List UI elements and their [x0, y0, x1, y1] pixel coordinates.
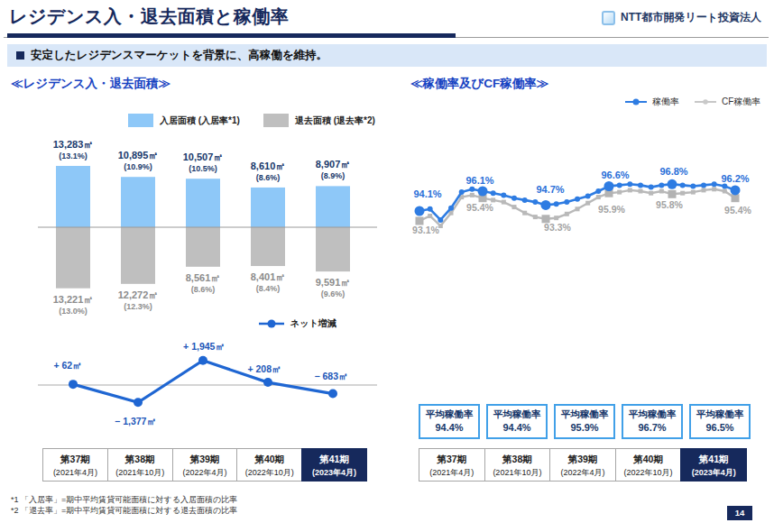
net-change-legend: ネット増減: [258, 317, 336, 330]
svg-text:93.1%: 93.1%: [412, 225, 439, 235]
svg-text:(13.1%): (13.1%): [59, 151, 88, 161]
occupancy-line-icon: [624, 97, 648, 106]
occupancy-legend-label: 稼働率: [652, 96, 679, 108]
svg-text:96.6%: 96.6%: [601, 170, 629, 180]
svg-text:8,561㎡: 8,561㎡: [186, 272, 221, 283]
cf-occupancy-legend-item: CF稼働率: [694, 96, 760, 108]
svg-text:96.2%: 96.2%: [721, 173, 749, 184]
avg-occupancy-box-37: 平均稼働率 94.4%: [419, 404, 480, 439]
average-occupancy-row: 平均稼働率 94.4% 平均稼働率 94.4% 平均稼働率 95.9% 平均稼働…: [419, 404, 751, 439]
svg-text:(8.4%): (8.4%): [256, 284, 281, 293]
svg-text:94.7%: 94.7%: [536, 184, 564, 195]
occupancy-legend-item: 稼働率: [624, 96, 679, 108]
svg-text:13,283㎡: 13,283㎡: [53, 139, 94, 150]
svg-text:+ 208㎡: + 208㎡: [247, 363, 281, 374]
avg-occupancy-box-38: 平均稼働率 94.4%: [486, 404, 548, 439]
svg-text:95.9%: 95.9%: [598, 204, 625, 215]
move-out-legend-label: 退去面積 (退去率*2): [295, 115, 375, 127]
svg-text:(10.5%): (10.5%): [189, 164, 217, 173]
svg-text:− 683㎡: − 683㎡: [314, 371, 347, 381]
company-cube-icon: [602, 11, 615, 25]
net-change-line-chart: + 62㎡− 1,377㎡+ 1,945㎡+ 208㎡− 683㎡: [36, 335, 379, 427]
page-title: レジデンス入・退去面積と稼働率: [9, 5, 289, 29]
avg-occupancy-box-41: 平均稼働率 96.5%: [689, 404, 751, 439]
svg-text:95.4%: 95.4%: [466, 202, 493, 213]
svg-text:95.8%: 95.8%: [656, 199, 683, 210]
footnotes: *1 「入居率」=期中平均賃貸可能面積に対する入居面積の比率 *2 「退去率」=…: [11, 494, 237, 516]
period-cell-41-current: 第41期 (2023年4月): [301, 448, 367, 482]
svg-text:− 1,377㎡: − 1,377㎡: [115, 416, 156, 427]
svg-text:96.8%: 96.8%: [659, 166, 687, 177]
net-line-icon: [258, 318, 285, 329]
left-period-table: 第37期 (2021年4月) 第38期 (2021年10月) 第39期 (202…: [42, 448, 367, 482]
svg-text:(9.6%): (9.6%): [321, 289, 346, 298]
footnote-move-in-rate: *1 「入居率」=期中平均賃貸可能面積に対する入居面積の比率: [11, 494, 237, 505]
left-section-title: ≪レジデンス入・退去面積≫: [11, 76, 170, 92]
company-logo: NTT都市開発リート投資法人: [602, 10, 761, 25]
right-period-table: 第37期 (2021年4月) 第38期 (2021年10月) 第39期 (202…: [419, 448, 747, 482]
svg-text:8,401㎡: 8,401㎡: [251, 271, 286, 282]
svg-text:8,907㎡: 8,907㎡: [316, 159, 351, 170]
slide-residence-occupancy: レジデンス入・退去面積と稼働率 NTT都市開発リート投資法人 安定したレジデンス…: [0, 0, 774, 532]
move-in-swatch-icon: [128, 114, 153, 127]
move-out-swatch-icon: [263, 114, 289, 127]
header-rule-thick: [7, 33, 456, 38]
svg-text:+ 62㎡: + 62㎡: [53, 360, 81, 371]
cf-occupancy-line-icon: [694, 97, 717, 106]
period-cell-37: 第37期 (2021年4月): [42, 448, 108, 482]
avg-occupancy-box-39: 平均稼働率 95.9%: [554, 404, 615, 439]
period-cell-40: 第40期 (2022年10月): [236, 448, 302, 482]
move-in-out-bar-chart: 13,283㎡(13.1%)13,221㎡(13.0%)10,895㎡(10.9…: [36, 133, 379, 326]
svg-text:96.1%: 96.1%: [465, 175, 493, 186]
bullet-square-icon: [16, 51, 24, 60]
svg-text:13,221㎡: 13,221㎡: [53, 294, 94, 305]
svg-text:93.3%: 93.3%: [544, 222, 571, 233]
svg-text:10,507㎡: 10,507㎡: [183, 151, 224, 162]
svg-text:10,895㎡: 10,895㎡: [118, 150, 159, 161]
svg-text:95.4%: 95.4%: [724, 205, 751, 216]
svg-text:(8.6%): (8.6%): [191, 285, 216, 294]
svg-text:(13.0%): (13.0%): [59, 307, 88, 316]
period-cell-38: 第38期 (2021年10月): [484, 448, 551, 482]
svg-text:(10.9%): (10.9%): [124, 162, 152, 171]
svg-text:(8.9%): (8.9%): [321, 171, 346, 180]
svg-text:94.1%: 94.1%: [413, 188, 441, 199]
key-message-banner: 安定したレジデンスマーケットを背景に、高稼働を維持。: [7, 44, 767, 67]
page-number: 14: [727, 506, 752, 520]
occupancy-line-chart: 93.1%95.4%93.3%95.9%95.8%95.4%94.1%96.1%…: [397, 135, 769, 280]
svg-text:+ 1,945㎡: + 1,945㎡: [183, 341, 225, 352]
svg-text:(12.3%): (12.3%): [124, 302, 152, 311]
area-chart-legend: 入居面積 (入居率*1) 退去面積 (退去率*2): [128, 114, 375, 127]
right-section-title: ≪稼働率及びCF稼働率≫: [410, 76, 548, 92]
svg-text:12,272㎡: 12,272㎡: [118, 289, 159, 300]
period-cell-39: 第39期 (2022年4月): [172, 448, 238, 482]
footnote-move-out-rate: *2 「退去率」=期中平均賃貸可能面積に対する退去面積の比率: [11, 505, 237, 516]
svg-text:9,591㎡: 9,591㎡: [316, 277, 351, 288]
move-in-legend-label: 入居面積 (入居率*1): [160, 115, 240, 127]
svg-text:(8.6%): (8.6%): [256, 173, 281, 182]
cf-occupancy-legend-label: CF稼働率: [722, 96, 760, 108]
avg-occupancy-box-40: 平均稼働率 96.7%: [622, 404, 683, 439]
svg-text:8,610㎡: 8,610㎡: [251, 161, 286, 171]
period-cell-37: 第37期 (2021年4月): [419, 448, 485, 482]
occupancy-chart-legend: 稼働率 CF稼働率: [624, 96, 760, 108]
net-legend-label: ネット増減: [290, 317, 336, 330]
period-cell-41-current: 第41期 (2023年4月): [680, 448, 747, 482]
period-cell-39: 第39期 (2022年4月): [549, 448, 616, 482]
period-cell-40: 第40期 (2022年10月): [615, 448, 682, 482]
company-name: NTT都市開発リート投資法人: [621, 10, 761, 25]
key-message-text: 安定したレジデンスマーケットを背景に、高稼働を維持。: [31, 48, 327, 63]
period-cell-38: 第38期 (2021年10月): [107, 448, 173, 482]
